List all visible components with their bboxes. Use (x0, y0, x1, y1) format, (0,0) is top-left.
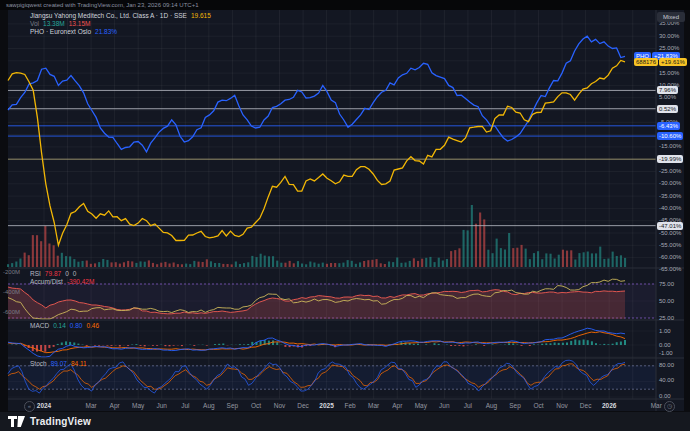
volume-legend[interactable]: Vol 13.38M 13.15M (30, 20, 90, 27)
footer-bar: TradingView (0, 412, 690, 431)
tradingview-wordmark[interactable]: TradingView (30, 416, 91, 427)
stoch-legend[interactable]: Stoch 89.07 84.11 (30, 360, 87, 367)
attribution-text: sawpigiqwest created with TradingView.co… (6, 2, 199, 8)
attribution-bar: sawpigiqwest created with TradingView.co… (0, 0, 690, 10)
symbol-title: Jiangsu Yahong Meditech Co., Ltd. Class … (30, 12, 187, 19)
symbol-legend[interactable]: Jiangsu Yahong Meditech Co., Ltd. Class … (30, 12, 211, 19)
tradingview-logo-icon[interactable] (8, 416, 25, 428)
chart-canvas[interactable] (0, 0, 690, 431)
rsi-label: RSI (30, 270, 41, 277)
volume-value-1: 13.38M (43, 20, 65, 27)
accum-dist-label: Accum/Dist (30, 278, 63, 285)
accum-dist-value: -390.42M (67, 278, 94, 285)
compare-title: PHO · Euronext Oslo (30, 28, 91, 35)
scale-mode-button[interactable]: Mixed (657, 12, 685, 22)
macd-legend[interactable]: MACD 0.14 0.80 0.46 (30, 322, 99, 329)
macd-label: MACD (30, 322, 49, 329)
jump-to-start-icon[interactable]: « (24, 401, 35, 412)
stoch-k-value: 89.07 (51, 360, 67, 367)
compare-legend[interactable]: PHO · Euronext Oslo 21.83% (30, 28, 117, 35)
rsi-param-1: 0 (65, 270, 69, 277)
rsi-param-2: 0 (73, 270, 77, 277)
accum-dist-legend[interactable]: Accum/Dist -390.42M (30, 278, 94, 285)
timezone-clock-icon[interactable]: ◷ (664, 401, 675, 412)
rsi-legend[interactable]: RSI 79.87 0 0 (30, 270, 76, 277)
macd-signal-value: 0.46 (86, 322, 99, 329)
stoch-label: Stoch (30, 360, 47, 367)
tradingview-snapshot: sawpigiqwest created with TradingView.co… (0, 0, 690, 431)
symbol-last-value: 19.615 (191, 12, 211, 19)
volume-label: Vol (30, 20, 39, 27)
volume-value-2: 13.15M (69, 20, 91, 27)
stoch-d-value: 84.11 (71, 360, 87, 367)
macd-hist-value: 0.14 (53, 322, 66, 329)
macd-line-value: 0.80 (70, 322, 83, 329)
rsi-value: 79.87 (45, 270, 61, 277)
compare-value: 21.83% (95, 28, 117, 35)
